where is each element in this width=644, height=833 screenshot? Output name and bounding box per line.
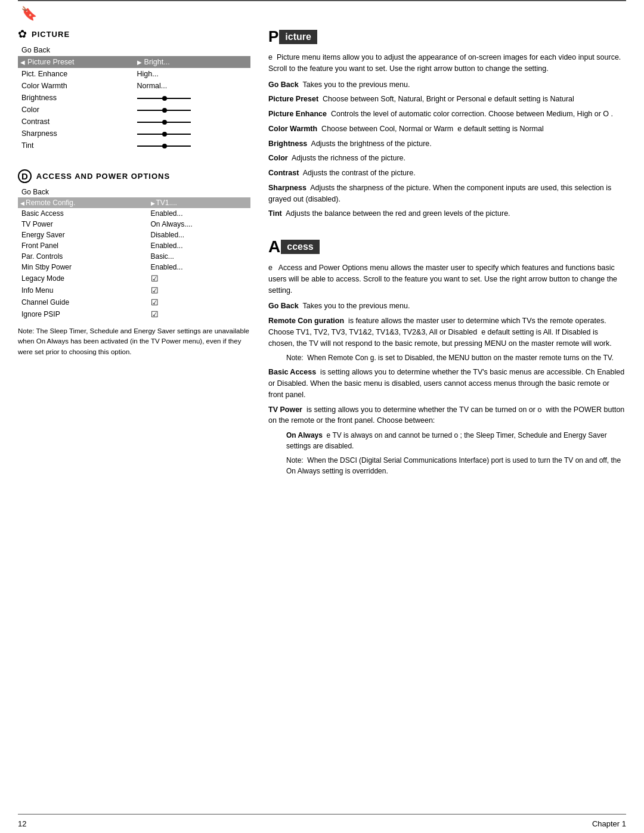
min-stby-power-label: Min Stby Power (18, 262, 147, 272)
access-menu-row-energy-saver: Energy Saver Disabled... (18, 230, 250, 240)
basic-access-value: Enabled... (147, 208, 251, 219)
top-bar: 🔖 (18, 0, 626, 21)
bookmark-icon: 🔖 (21, 6, 37, 21)
ignore-psip-label: Ignore PSIP (18, 308, 147, 320)
menu-row-contrast: Contrast (18, 116, 250, 128)
go-back-label: Go Back (18, 44, 134, 56)
access-desc-remote-config: Remote Con guration is feature allows th… (268, 315, 626, 349)
remote-config-value: ▶TV1.... (147, 197, 251, 208)
front-panel-value: Enabled... (147, 240, 251, 251)
menu-row-picture-preset[interactable]: ◀Picture Preset ▶Bright... (18, 56, 250, 68)
menu-row-color-warmth: Color Warmth Normal... (18, 80, 250, 92)
color-warmth-value: Normal... (134, 80, 250, 92)
access-desc-go-back: Go Back Takes you to the previous menu. (268, 301, 626, 312)
access-menu-table: Go Back ◀Remote Config. ▶TV1.... (18, 187, 250, 320)
picture-description-intro: e Picture menu items allow you to adjust… (268, 52, 626, 75)
color-slider (134, 104, 250, 116)
desc-contrast: Contrast Adjusts the contrast of the pic… (268, 168, 626, 179)
access-go-back-label: Go Back (18, 187, 147, 197)
par-controls-value: Basic... (147, 251, 251, 262)
access-desc-note-remote: Note: When Remote Con g. is set to Disab… (286, 352, 626, 363)
energy-saver-label: Energy Saver (18, 230, 147, 240)
picture-section: ✿ PICTURE Go Back ◀Picture Preset (18, 27, 250, 151)
access-menu-row-min-stby-power: Min Stby Power Enabled... (18, 262, 250, 272)
menu-row-pict-enhance: Pict. Enhance High... (18, 68, 250, 80)
picture-section-header: ✿ PICTURE (18, 27, 250, 41)
left-column: ✿ PICTURE Go Back ◀Picture Preset (18, 27, 250, 808)
access-section: D ACCESS AND POWER OPTIONS Go Back (18, 169, 250, 357)
pict-enhance-label: Pict. Enhance (18, 68, 134, 80)
access-label: ACCESS AND POWER OPTIONS (36, 172, 170, 181)
picture-title-letter: P (268, 27, 278, 46)
access-menu-row-basic-access: Basic Access Enabled... (18, 208, 250, 219)
access-menu-row-info-menu: Info Menu ☑ (18, 284, 250, 296)
go-back-value (134, 44, 250, 56)
main-content: ✿ PICTURE Go Back ◀Picture Preset (0, 21, 644, 814)
picture-label: PICTURE (32, 30, 70, 39)
contrast-label: Contrast (18, 116, 134, 128)
access-section-header: D ACCESS AND POWER OPTIONS (18, 169, 250, 183)
picture-right-title: P icture (268, 27, 626, 46)
pict-enhance-value: High... (134, 68, 250, 80)
desc-sharpness: Sharpness Adjusts the sharpness of the p… (268, 182, 626, 205)
access-icon: D (18, 169, 32, 183)
access-menu-row-tv-power: TV Power On Always.... (18, 219, 250, 230)
chapter-label: Chapter 1 (592, 819, 626, 828)
channel-guide-checkbox: ☑ (147, 296, 251, 308)
picture-menu-table: Go Back ◀Picture Preset ▶Bright... (18, 44, 250, 151)
access-note-text: Note: The Sleep Timer, Schedule and Ener… (18, 326, 250, 357)
desc-color: Color Adjusts the richness of the pictur… (268, 153, 626, 164)
sharpness-label: Sharpness (18, 128, 134, 140)
access-desc-note-dsci: Note: When the DSCI (Digital Serial Comm… (286, 455, 626, 476)
picture-preset-label: ◀Picture Preset (18, 56, 134, 68)
tv-power-value: On Always.... (147, 219, 251, 230)
access-desc-on-always: On Always e TV is always on and cannot b… (286, 430, 626, 451)
desc-go-back: Go Back Takes you to the previous menu. (268, 79, 626, 91)
access-description-intro: e Access and Power Options menu allows t… (268, 262, 626, 296)
menu-row-brightness: Brightness (18, 92, 250, 104)
access-go-back-value (147, 187, 251, 197)
tint-label: Tint (18, 140, 134, 151)
basic-access-label: Basic Access (18, 208, 147, 219)
brightness-slider (134, 92, 250, 104)
color-warmth-label: Color Warmth (18, 80, 134, 92)
sharpness-slider (134, 128, 250, 140)
par-controls-label: Par. Controls (18, 251, 147, 262)
page-container: 🔖 ✿ PICTURE Go Back (0, 0, 644, 833)
access-menu-row-legacy-mode: Legacy Mode ☑ (18, 272, 250, 284)
bottom-bar: 12 Chapter 1 (18, 814, 626, 833)
color-label: Color (18, 104, 134, 116)
tv-power-label: TV Power (18, 219, 147, 230)
access-menu-row-remote-config[interactable]: ◀Remote Config. ▶TV1.... (18, 197, 250, 208)
legacy-mode-label: Legacy Mode (18, 272, 147, 284)
desc-picture-preset: Picture Preset Choose between Soft, Natu… (268, 94, 626, 105)
picture-icon: ✿ (18, 27, 27, 41)
access-title-block: ccess (281, 240, 320, 254)
contrast-slider (134, 116, 250, 128)
picture-preset-value: ▶Bright... (134, 56, 250, 68)
access-menu-row-par-controls: Par. Controls Basic... (18, 251, 250, 262)
access-menu-row-go-back: Go Back (18, 187, 250, 197)
right-column: P icture e Picture menu items allow you … (262, 27, 626, 808)
menu-row-go-back: Go Back (18, 44, 250, 56)
access-desc-tv-power: TV Power is setting allows you to determ… (268, 404, 626, 427)
energy-saver-value: Disabled... (147, 230, 251, 240)
channel-guide-label: Channel Guide (18, 296, 147, 308)
info-menu-label: Info Menu (18, 284, 147, 296)
legacy-mode-checkbox: ☑ (147, 272, 251, 284)
access-title-letter: A (268, 237, 280, 256)
brightness-label: Brightness (18, 92, 134, 104)
tint-slider (134, 140, 250, 151)
remote-config-label: ◀Remote Config. (18, 197, 147, 208)
desc-color-warmth: Color Warmth Choose between Cool, Normal… (268, 123, 626, 135)
desc-pict-enhance: Picture Enhance Controls the level of au… (268, 109, 626, 120)
access-menu-row-channel-guide: Channel Guide ☑ (18, 296, 250, 308)
picture-right-section: P icture e Picture menu items allow you … (268, 27, 626, 219)
access-menu-row-front-panel: Front Panel Enabled... (18, 240, 250, 251)
picture-title-block: icture (279, 30, 317, 44)
menu-row-sharpness: Sharpness (18, 128, 250, 140)
access-right-section: A ccess e Access and Power Options menu … (268, 237, 626, 476)
desc-brightness: Brightness Adjusts the brightness of the… (268, 138, 626, 150)
page-number: 12 (18, 819, 26, 828)
desc-tint: Tint Adjusts the balance between the red… (268, 208, 626, 219)
